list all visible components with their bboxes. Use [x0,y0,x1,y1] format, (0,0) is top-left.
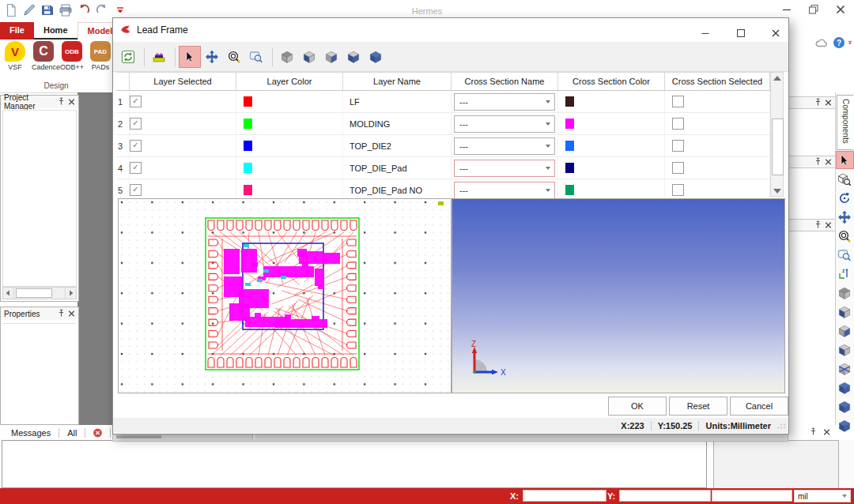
dialog-titlebar[interactable]: Lead Frame [113,18,788,42]
ribbon-item-pads[interactable]: PADPADs [89,39,112,81]
restore-button[interactable] [803,2,824,17]
cloud-icon[interactable] [814,36,829,51]
scroll-left-icon[interactable] [3,288,14,299]
cross-section-dropdown[interactable]: --- [454,93,555,111]
layer-selected-checkbox[interactable]: ✓ [130,96,142,107]
reload-icon[interactable] [118,47,138,67]
tab-file[interactable]: File [0,22,34,39]
dialog-close-button[interactable] [763,21,787,39]
cross-section-color-swatch[interactable] [565,118,574,129]
column-header[interactable]: Cross Section Name [452,73,558,90]
layer-color-swatch[interactable] [244,96,252,107]
tab-components[interactable]: Components [837,95,853,150]
layer-color-swatch[interactable] [244,185,252,195]
zoom-icon[interactable] [837,228,853,244]
cross-section-checkbox[interactable] [672,96,684,107]
pin-icon[interactable] [56,309,66,319]
ok-button[interactable]: OK [608,397,667,416]
dialog-minimize-button[interactable] [693,21,716,39]
column-header[interactable]: Layer Color [236,73,343,90]
table-row[interactable]: 3✓TOP_DIE2--- [116,135,784,157]
tab-home[interactable]: Home [34,22,77,39]
scroll-right-icon[interactable] [65,288,76,299]
column-header[interactable]: Layer Selected [130,73,236,90]
view-cube-top-icon[interactable] [277,47,297,67]
cross-section-color-swatch[interactable] [565,185,574,195]
scrollbar-thumb[interactable] [16,288,52,298]
scroll-up-icon[interactable] [771,73,783,85]
unit-select[interactable]: mil [794,490,851,502]
view-cube-iso-icon[interactable] [837,379,853,396]
close-icon[interactable] [822,427,832,437]
column-header[interactable]: Cross Section Selected [665,73,770,90]
view-cube-iso-icon[interactable] [837,398,853,415]
cross-section-color-swatch[interactable] [565,141,574,151]
view-cube-top-icon[interactable] [837,284,853,301]
y-coord-input[interactable] [619,490,711,502]
table-row[interactable]: 1✓LF--- [116,91,784,113]
project-manager-tree[interactable] [2,110,77,287]
dialog-maximize-button[interactable] [728,21,752,39]
resize-grip[interactable]: .:: [777,422,788,430]
zoom-window-icon[interactable] [837,246,853,263]
pin-icon[interactable] [56,97,66,107]
cross-section-checkbox[interactable] [672,162,684,174]
layer-color-swatch[interactable] [244,141,252,151]
scroll-down-icon[interactable] [771,184,783,196]
view-cube-right-icon[interactable] [321,47,342,67]
view-cube-back-icon[interactable] [837,360,853,377]
cross-section-checkbox[interactable] [672,184,684,196]
close-icon[interactable] [66,309,77,319]
pin-icon[interactable] [808,427,818,437]
view-cube-right-icon[interactable] [837,322,853,339]
cross-section-dropdown[interactable]: --- [454,115,555,133]
column-header[interactable]: Layer Name [343,73,452,90]
view-cube-front-icon[interactable] [837,341,853,358]
cross-section-dropdown[interactable]: --- [454,182,555,199]
cross-section-color-swatch[interactable] [565,96,574,107]
tab-all[interactable]: All [59,428,85,438]
table-row[interactable]: 4✓TOP_DIE_Pad--- [116,157,784,179]
close-icon[interactable] [823,98,833,108]
layer-selected-checkbox[interactable]: ✓ [130,184,142,196]
layer-color-swatch[interactable] [244,163,252,173]
cross-section-dropdown[interactable]: --- [454,160,555,177]
leadframe-3d-view[interactable]: Z X [452,198,785,393]
column-header[interactable]: Cross Section Color [558,73,665,90]
select-arrow-icon[interactable] [837,152,853,168]
properties-content[interactable] [2,323,77,423]
x-coord-input[interactable] [523,490,606,502]
zoom-window-icon[interactable] [246,47,266,67]
view-cube-iso-icon[interactable] [837,417,853,434]
layer-selected-checkbox[interactable]: ✓ [130,140,142,152]
help-icon[interactable]: ? [832,36,846,50]
table-row[interactable]: 2✓MOLDING--- [116,113,784,135]
main-hscrollbar[interactable] [112,434,788,442]
close-icon[interactable] [823,157,833,167]
cross-section-dropdown[interactable]: --- [454,137,555,155]
layer-color-swatch[interactable] [244,118,252,129]
cross-section-checkbox[interactable] [672,140,684,152]
z-axis-icon[interactable]: z [837,265,853,282]
close-icon[interactable] [823,220,833,231]
pin-icon[interactable] [813,157,823,167]
ribbon-item-cadence[interactable]: CCadence [32,39,55,81]
close-button[interactable] [830,2,851,17]
rotate-view-icon[interactable] [837,190,853,206]
minimize-button[interactable] [777,2,797,17]
leadframe-2d-view[interactable] [118,198,452,393]
close-icon[interactable] [66,97,77,107]
cross-section-checkbox[interactable] [672,118,684,130]
layer-selected-checkbox[interactable]: ✓ [130,162,142,174]
zoom-icon[interactable] [224,47,244,67]
scrollbar-thumb[interactable] [772,118,784,175]
pin-icon[interactable] [813,220,823,231]
errors-filter-icon[interactable] [92,427,104,438]
help-menu-caret-icon[interactable] [846,38,854,47]
ribbon-item-vsf[interactable]: VVSF [3,39,27,81]
reset-button[interactable]: Reset [669,397,727,416]
view-cube-iso-icon[interactable] [365,47,386,67]
messages-log[interactable] [2,440,707,488]
pan-icon[interactable] [837,209,853,225]
select-arrow-icon[interactable] [179,47,200,67]
